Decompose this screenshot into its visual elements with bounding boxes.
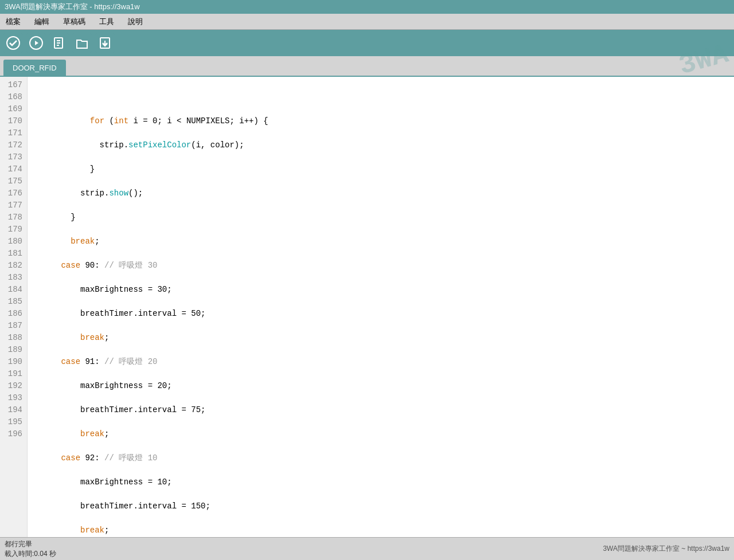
code-line-176: breathTimer.interval = 50; bbox=[32, 308, 729, 320]
svg-point-0 bbox=[7, 37, 19, 49]
status-time: 載入時間:0.04 秒 bbox=[5, 549, 56, 559]
new-button[interactable] bbox=[49, 33, 69, 53]
toolbar bbox=[0, 30, 734, 56]
code-container: 167 168 169 170 171 172 173 174 175 176 … bbox=[0, 77, 734, 537]
upload-button[interactable] bbox=[26, 33, 46, 53]
status-left: 都行完畢 載入時間:0.04 秒 bbox=[5, 539, 56, 559]
code-line-174: case 90: // 呼吸燈 30 bbox=[32, 260, 729, 272]
code-line-168: for (int i = 0; i < NUMPIXELS; i++) { bbox=[32, 115, 729, 127]
menu-bar: 檔案 編輯 草稿碼 工具 說明 bbox=[0, 14, 734, 30]
line-numbers: 167 168 169 170 171 172 173 174 175 176 … bbox=[0, 77, 28, 537]
title-text: 3WA問題解決專家工作室 - https://3wa1w bbox=[5, 2, 140, 12]
code-line-181: break; bbox=[32, 428, 729, 440]
tab-bar: DOOR_RFID bbox=[0, 56, 734, 77]
open-button[interactable] bbox=[72, 33, 92, 53]
code-line-175: maxBrightness = 30; bbox=[32, 284, 729, 296]
code-line-179: maxBrightness = 20; bbox=[32, 380, 729, 392]
menu-edit[interactable]: 編輯 bbox=[31, 15, 53, 28]
verify-button[interactable] bbox=[3, 33, 23, 53]
editor: 167 168 169 170 171 172 173 174 175 176 … bbox=[0, 77, 734, 537]
code-line-171: strip.show(); bbox=[32, 187, 729, 199]
code-line-169: strip.setPixelColor(i, color); bbox=[32, 139, 729, 151]
tab-door-rfid[interactable]: DOOR_RFID bbox=[3, 60, 66, 76]
code-line-182: case 92: // 呼吸燈 10 bbox=[32, 452, 729, 464]
code-line-172: } bbox=[32, 212, 729, 224]
title-bar: 3WA問題解決專家工作室 - https://3wa1w bbox=[0, 0, 734, 14]
menu-sketch[interactable]: 草稿碼 bbox=[60, 15, 89, 28]
code-line-184: breathTimer.interval = 150; bbox=[32, 500, 729, 512]
code-line-170: } bbox=[32, 163, 729, 175]
code-line-180: breathTimer.interval = 75; bbox=[32, 404, 729, 416]
menu-tools[interactable]: 工具 bbox=[96, 15, 118, 28]
save-button[interactable] bbox=[95, 33, 115, 53]
code-line-185: break; bbox=[32, 524, 729, 536]
code-line-183: maxBrightness = 10; bbox=[32, 476, 729, 488]
menu-file[interactable]: 檔案 bbox=[2, 15, 24, 28]
code-line-178: case 91: // 呼吸燈 20 bbox=[32, 356, 729, 368]
code-line-173: break; bbox=[32, 236, 729, 248]
code-content[interactable]: for (int i = 0; i < NUMPIXELS; i++) { st… bbox=[28, 77, 734, 537]
code-line-177: break; bbox=[32, 332, 729, 344]
status-done: 都行完畢 bbox=[5, 539, 56, 549]
status-right: 3WA問題解決專家工作室 ~ https://3wa1w bbox=[603, 544, 729, 554]
menu-help[interactable]: 說明 bbox=[124, 15, 146, 28]
status-bar: 都行完畢 載入時間:0.04 秒 3WA問題解決專家工作室 ~ https://… bbox=[0, 537, 734, 560]
code-line-167 bbox=[32, 91, 729, 103]
